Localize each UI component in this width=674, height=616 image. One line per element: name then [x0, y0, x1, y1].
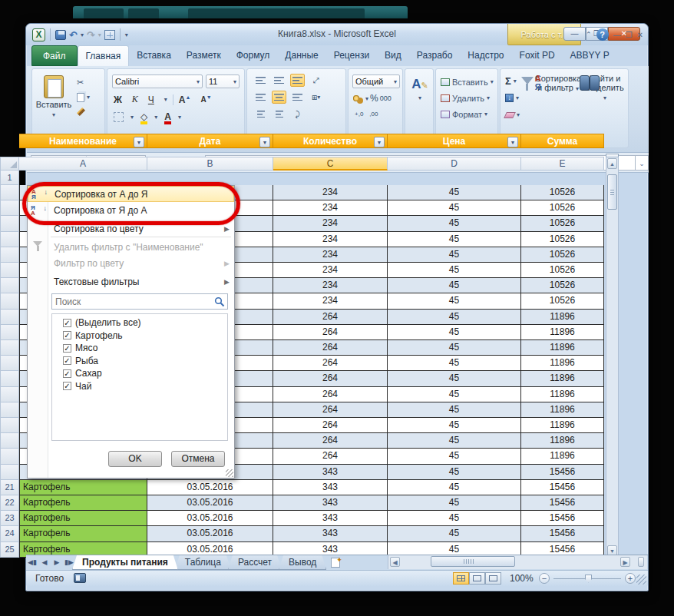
cell-sum[interactable]: 11896 — [521, 340, 604, 356]
font-color-icon[interactable]: А — [164, 113, 171, 121]
help-icon[interactable]: ? — [596, 28, 609, 41]
cell-qty[interactable]: 264 — [273, 371, 388, 386]
borders-icon[interactable] — [114, 112, 124, 122]
cell-sum[interactable]: 10526 — [521, 232, 604, 247]
number-format-combo[interactable]: Общий▾ — [352, 75, 400, 88]
row-number[interactable] — [0, 418, 19, 433]
row-number[interactable] — [0, 340, 19, 356]
row-number[interactable] — [0, 185, 19, 200]
collapse-ribbon-icon[interactable]: ⌃ — [586, 31, 592, 38]
column-header-c[interactable]: C — [273, 157, 388, 171]
shrink-font-button[interactable]: А▼ — [200, 94, 211, 104]
align-bottom-icon[interactable] — [290, 74, 305, 87]
cell-sum[interactable]: 11896 — [521, 418, 604, 433]
cell-qty[interactable]: 264 — [273, 387, 388, 402]
cell-qty[interactable]: 234 — [273, 216, 388, 231]
row-number[interactable] — [0, 247, 19, 263]
filter-button-name[interactable]: ▼ — [134, 137, 144, 147]
cell-name[interactable]: Картофель — [19, 511, 147, 526]
cell-qty[interactable]: 264 — [273, 340, 388, 356]
row-number[interactable] — [0, 433, 19, 449]
cell-sum[interactable]: 10526 — [521, 293, 604, 309]
cell-sum[interactable]: 10526 — [521, 200, 604, 216]
cell-qty[interactable]: 264 — [273, 418, 388, 433]
insert-cells-button[interactable]: Вставить▾ — [441, 76, 494, 88]
cell-qty[interactable]: 264 — [273, 325, 388, 340]
table-header-name[interactable]: Наименование▼ — [19, 134, 147, 148]
cell-price[interactable]: 45 — [388, 433, 521, 449]
cell-price[interactable]: 45 — [388, 511, 521, 526]
cell-price[interactable]: 45 — [388, 185, 521, 200]
row-number[interactable] — [0, 449, 19, 464]
cell-sum[interactable]: 10526 — [521, 216, 604, 231]
currency-format-icon[interactable] — [353, 95, 359, 101]
ribbon-tab[interactable]: Foxit PD — [512, 45, 563, 66]
column-header-b[interactable]: B — [147, 157, 273, 171]
search-icon[interactable] — [214, 296, 225, 307]
table-header-price[interactable]: Цена▼ — [388, 134, 521, 148]
currency-dropdown-icon[interactable]: ▾ — [365, 95, 368, 102]
row-number[interactable]: 25 — [0, 542, 19, 558]
cell-sum[interactable]: 10526 — [521, 185, 604, 200]
row-number[interactable] — [0, 325, 19, 340]
cell-price[interactable]: 45 — [388, 356, 521, 371]
align-middle-icon[interactable] — [272, 74, 286, 87]
cell-price[interactable]: 45 — [388, 325, 521, 340]
underline-button[interactable]: Ч — [148, 94, 154, 105]
filter-button-date[interactable]: ▼ — [259, 137, 270, 147]
cell-price[interactable]: 45 — [388, 278, 521, 293]
fill-button[interactable]: ↓▾ — [505, 92, 520, 104]
cell-qty[interactable]: 234 — [273, 263, 388, 278]
window-resize-grip[interactable] — [636, 575, 646, 585]
sheet-tab[interactable]: Вывод — [279, 555, 326, 570]
cell-price[interactable]: 45 — [388, 495, 521, 511]
checkbox-checked-icon[interactable]: ✓ — [63, 369, 71, 378]
align-top-icon[interactable] — [253, 74, 268, 87]
cell-qty[interactable]: 264 — [273, 310, 388, 325]
format-painter-icon[interactable] — [77, 106, 90, 118]
vertical-scrollbar[interactable]: ▲ ▼ — [606, 157, 619, 558]
cell-sum[interactable]: 11896 — [521, 325, 604, 340]
align-center-icon[interactable] — [272, 91, 286, 104]
cell-qty[interactable]: 343 — [273, 495, 388, 511]
row-number[interactable] — [0, 278, 19, 293]
filter-value-item[interactable]: ✓ Картофель — [63, 330, 227, 343]
align-left-icon[interactable] — [253, 91, 268, 104]
cell-sum[interactable]: 15456 — [521, 526, 604, 541]
cell-price[interactable]: 45 — [388, 418, 521, 433]
zoom-out-icon[interactable]: − — [539, 573, 550, 584]
fill-color-icon[interactable]: ◇ — [140, 113, 147, 121]
insert-worksheet-button[interactable]: ✦ — [326, 555, 346, 570]
sort-filter-button[interactable]: АЯ Сортировкаи фильтр ▾ — [534, 74, 582, 92]
filter-button-price[interactable]: ▼ — [507, 137, 518, 147]
record-macro-icon[interactable] — [74, 573, 86, 583]
zoom-level[interactable]: 100% — [510, 573, 534, 584]
cell-qty[interactable]: 234 — [273, 293, 388, 309]
underline-dropdown-icon[interactable]: ▾ — [164, 96, 167, 103]
checkbox-checked-icon[interactable]: ✓ — [63, 382, 71, 390]
doc-minimize-icon[interactable]: — — [613, 31, 621, 39]
vertical-scroll-thumb[interactable] — [607, 174, 617, 210]
filter-value-item[interactable]: ✓ Чай — [63, 380, 227, 393]
ribbon-tab[interactable]: ABBYY P — [563, 45, 617, 66]
cell-sum[interactable]: 11896 — [521, 449, 604, 464]
row-number[interactable] — [0, 216, 19, 231]
cell-qty[interactable]: 234 — [273, 200, 388, 216]
cell-price[interactable]: 45 — [388, 371, 521, 386]
row-number[interactable] — [0, 263, 19, 278]
table-header-sum[interactable]: Сумма — [521, 134, 604, 148]
row-number[interactable]: 21 — [0, 480, 19, 495]
cell-qty[interactable]: 343 — [273, 465, 388, 480]
horizontal-scrollbar[interactable]: ◀ ▶ — [388, 555, 647, 569]
next-sheet-icon[interactable]: ▶ — [51, 555, 63, 570]
cell-qty[interactable]: 234 — [273, 278, 388, 293]
ribbon-tab[interactable]: Файл — [31, 45, 78, 66]
orientation-icon[interactable]: ⤢ — [309, 74, 323, 87]
ribbon-tab[interactable]: Разметк — [179, 45, 229, 66]
copy-icon[interactable]: ▾ — [77, 91, 90, 103]
column-header-a[interactable]: A — [19, 157, 147, 171]
horizontal-scroll-thumb[interactable] — [431, 556, 515, 567]
table-header-date[interactable]: Дата▼ — [147, 134, 273, 148]
ribbon-tab[interactable]: Данные — [277, 45, 325, 66]
row-number[interactable] — [0, 232, 19, 247]
